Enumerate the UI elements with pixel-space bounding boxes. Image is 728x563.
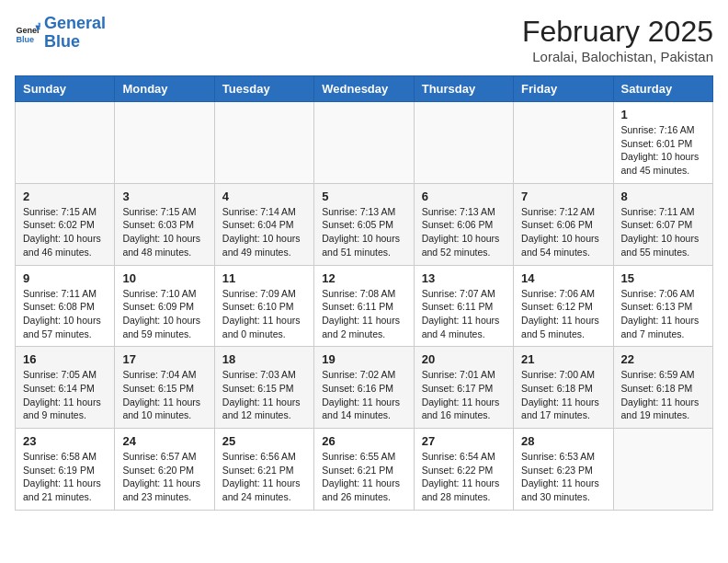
day-number: 18 xyxy=(222,352,306,366)
logo-text-line2: Blue xyxy=(44,33,106,52)
logo-icon: General Blue xyxy=(15,20,40,46)
calendar-cell xyxy=(115,102,214,184)
calendar-cell: 14Sunrise: 7:06 AMSunset: 6:12 PMDayligh… xyxy=(514,265,613,347)
day-number: 20 xyxy=(422,352,506,366)
weekday-header-sunday: Sunday xyxy=(16,76,115,102)
calendar-cell: 8Sunrise: 7:11 AMSunset: 6:07 PMDaylight… xyxy=(613,183,712,265)
calendar-cell: 10Sunrise: 7:10 AMSunset: 6:09 PMDayligh… xyxy=(115,265,214,347)
day-number: 19 xyxy=(322,352,405,366)
day-info: Sunrise: 7:01 AMSunset: 6:17 PMDaylight:… xyxy=(422,368,506,422)
day-info: Sunrise: 7:02 AMSunset: 6:16 PMDaylight:… xyxy=(322,368,405,422)
title-block: February 2025 Loralai, Balochistan, Paki… xyxy=(522,15,713,64)
calendar-cell xyxy=(314,102,414,184)
day-info: Sunrise: 7:06 AMSunset: 6:12 PMDaylight:… xyxy=(521,287,605,341)
day-number: 23 xyxy=(23,434,107,448)
day-info: Sunrise: 7:13 AMSunset: 6:05 PMDaylight:… xyxy=(322,205,405,259)
calendar-cell: 3Sunrise: 7:15 AMSunset: 6:03 PMDaylight… xyxy=(115,183,214,265)
day-number: 9 xyxy=(23,271,107,285)
day-number: 21 xyxy=(521,352,605,366)
weekday-header-row: SundayMondayTuesdayWednesdayThursdayFrid… xyxy=(16,76,713,102)
day-info: Sunrise: 7:07 AMSunset: 6:11 PMDaylight:… xyxy=(422,287,506,341)
calendar-cell: 12Sunrise: 7:08 AMSunset: 6:11 PMDayligh… xyxy=(314,265,414,347)
day-info: Sunrise: 7:10 AMSunset: 6:09 PMDaylight:… xyxy=(122,287,206,341)
day-number: 8 xyxy=(621,190,705,203)
svg-text:Blue: Blue xyxy=(16,35,34,44)
day-number: 1 xyxy=(621,108,705,121)
day-number: 13 xyxy=(422,271,506,285)
calendar-week-3: 9Sunrise: 7:11 AMSunset: 6:08 PMDaylight… xyxy=(16,265,713,347)
calendar-cell xyxy=(214,102,313,184)
day-info: Sunrise: 6:56 AMSunset: 6:21 PMDaylight:… xyxy=(222,450,306,504)
calendar-table: SundayMondayTuesdayWednesdayThursdayFrid… xyxy=(15,75,713,511)
day-info: Sunrise: 7:08 AMSunset: 6:11 PMDaylight:… xyxy=(322,287,405,341)
day-info: Sunrise: 7:00 AMSunset: 6:18 PMDaylight:… xyxy=(521,368,605,422)
weekday-header-monday: Monday xyxy=(115,76,214,102)
calendar-week-1: 1Sunrise: 7:16 AMSunset: 6:01 PMDaylight… xyxy=(16,102,713,184)
day-number: 11 xyxy=(222,271,306,285)
day-info: Sunrise: 7:12 AMSunset: 6:06 PMDaylight:… xyxy=(521,205,605,259)
weekday-header-thursday: Thursday xyxy=(414,76,513,102)
day-info: Sunrise: 7:06 AMSunset: 6:13 PMDaylight:… xyxy=(621,287,705,341)
day-info: Sunrise: 7:15 AMSunset: 6:02 PMDaylight:… xyxy=(23,205,107,259)
day-info: Sunrise: 7:11 AMSunset: 6:08 PMDaylight:… xyxy=(23,287,107,341)
day-number: 12 xyxy=(322,271,405,285)
day-number: 3 xyxy=(122,190,206,203)
calendar-cell: 23Sunrise: 6:58 AMSunset: 6:19 PMDayligh… xyxy=(16,429,115,511)
calendar-cell: 18Sunrise: 7:03 AMSunset: 6:15 PMDayligh… xyxy=(214,347,313,429)
calendar-cell: 15Sunrise: 7:06 AMSunset: 6:13 PMDayligh… xyxy=(613,265,712,347)
day-info: Sunrise: 7:03 AMSunset: 6:15 PMDaylight:… xyxy=(222,368,306,422)
logo: General Blue General Blue xyxy=(15,15,106,52)
calendar-cell: 5Sunrise: 7:13 AMSunset: 6:05 PMDaylight… xyxy=(314,183,414,265)
calendar-cell xyxy=(16,102,115,184)
calendar-cell xyxy=(514,102,613,184)
calendar-week-5: 23Sunrise: 6:58 AMSunset: 6:19 PMDayligh… xyxy=(16,429,713,511)
calendar-cell: 16Sunrise: 7:05 AMSunset: 6:14 PMDayligh… xyxy=(16,347,115,429)
day-info: Sunrise: 7:11 AMSunset: 6:07 PMDaylight:… xyxy=(621,205,705,259)
calendar-cell: 4Sunrise: 7:14 AMSunset: 6:04 PMDaylight… xyxy=(214,183,313,265)
day-number: 24 xyxy=(122,434,206,448)
day-info: Sunrise: 6:59 AMSunset: 6:18 PMDaylight:… xyxy=(621,368,705,422)
calendar-cell: 21Sunrise: 7:00 AMSunset: 6:18 PMDayligh… xyxy=(514,347,613,429)
day-info: Sunrise: 7:05 AMSunset: 6:14 PMDaylight:… xyxy=(23,368,107,422)
day-info: Sunrise: 6:58 AMSunset: 6:19 PMDaylight:… xyxy=(23,450,107,504)
weekday-header-friday: Friday xyxy=(514,76,613,102)
calendar-cell: 28Sunrise: 6:53 AMSunset: 6:23 PMDayligh… xyxy=(514,429,613,511)
day-number: 22 xyxy=(621,352,705,366)
calendar-cell: 1Sunrise: 7:16 AMSunset: 6:01 PMDaylight… xyxy=(613,102,712,184)
day-info: Sunrise: 6:54 AMSunset: 6:22 PMDaylight:… xyxy=(422,450,506,504)
day-number: 4 xyxy=(222,190,306,203)
calendar-cell: 9Sunrise: 7:11 AMSunset: 6:08 PMDaylight… xyxy=(16,265,115,347)
day-number: 26 xyxy=(322,434,405,448)
day-number: 2 xyxy=(23,190,107,203)
day-number: 16 xyxy=(23,352,107,366)
weekday-header-tuesday: Tuesday xyxy=(214,76,313,102)
day-info: Sunrise: 7:13 AMSunset: 6:06 PMDaylight:… xyxy=(422,205,506,259)
calendar-cell: 19Sunrise: 7:02 AMSunset: 6:16 PMDayligh… xyxy=(314,347,414,429)
calendar-cell: 20Sunrise: 7:01 AMSunset: 6:17 PMDayligh… xyxy=(414,347,513,429)
calendar-cell: 17Sunrise: 7:04 AMSunset: 6:15 PMDayligh… xyxy=(115,347,214,429)
calendar-week-4: 16Sunrise: 7:05 AMSunset: 6:14 PMDayligh… xyxy=(16,347,713,429)
day-number: 15 xyxy=(621,271,705,285)
day-info: Sunrise: 6:55 AMSunset: 6:21 PMDaylight:… xyxy=(322,450,405,504)
calendar-cell: 6Sunrise: 7:13 AMSunset: 6:06 PMDaylight… xyxy=(414,183,513,265)
calendar-cell xyxy=(613,429,712,511)
calendar-cell: 24Sunrise: 6:57 AMSunset: 6:20 PMDayligh… xyxy=(115,429,214,511)
calendar-cell: 11Sunrise: 7:09 AMSunset: 6:10 PMDayligh… xyxy=(214,265,313,347)
calendar-cell: 2Sunrise: 7:15 AMSunset: 6:02 PMDaylight… xyxy=(16,183,115,265)
calendar-title: February 2025 xyxy=(522,15,713,49)
day-number: 6 xyxy=(422,190,506,203)
weekday-header-wednesday: Wednesday xyxy=(314,76,414,102)
day-info: Sunrise: 7:14 AMSunset: 6:04 PMDaylight:… xyxy=(222,205,306,259)
calendar-cell: 27Sunrise: 6:54 AMSunset: 6:22 PMDayligh… xyxy=(414,429,513,511)
logo-text-line1: General xyxy=(44,15,106,33)
day-info: Sunrise: 7:04 AMSunset: 6:15 PMDaylight:… xyxy=(122,368,206,422)
calendar-cell xyxy=(414,102,513,184)
day-info: Sunrise: 7:15 AMSunset: 6:03 PMDaylight:… xyxy=(122,205,206,259)
calendar-cell: 26Sunrise: 6:55 AMSunset: 6:21 PMDayligh… xyxy=(314,429,414,511)
day-info: Sunrise: 7:16 AMSunset: 6:01 PMDaylight:… xyxy=(621,123,705,178)
calendar-week-2: 2Sunrise: 7:15 AMSunset: 6:02 PMDaylight… xyxy=(16,183,713,265)
calendar-cell: 22Sunrise: 6:59 AMSunset: 6:18 PMDayligh… xyxy=(613,347,712,429)
calendar-cell: 13Sunrise: 7:07 AMSunset: 6:11 PMDayligh… xyxy=(414,265,513,347)
calendar-subtitle: Loralai, Balochistan, Pakistan xyxy=(522,49,713,64)
day-info: Sunrise: 7:09 AMSunset: 6:10 PMDaylight:… xyxy=(222,287,306,341)
